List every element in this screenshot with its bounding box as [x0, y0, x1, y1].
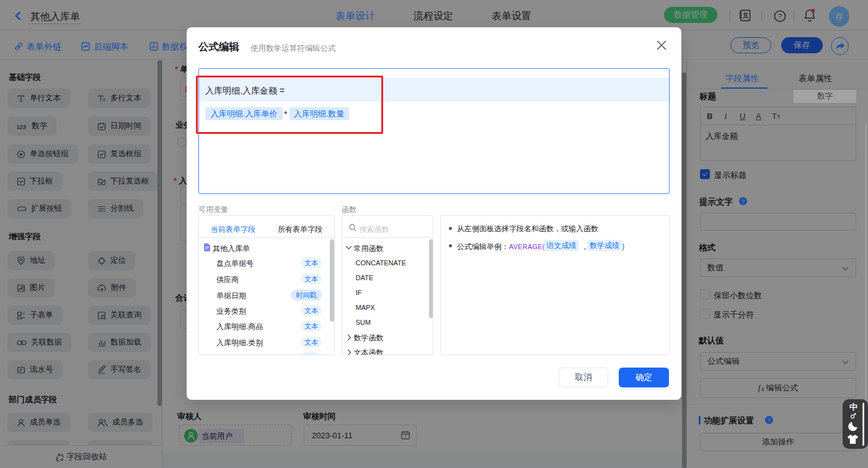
svg-text:7: 7	[404, 435, 407, 439]
svg-text:123: 123	[17, 123, 26, 130]
svg-text:?: ?	[778, 12, 782, 20]
